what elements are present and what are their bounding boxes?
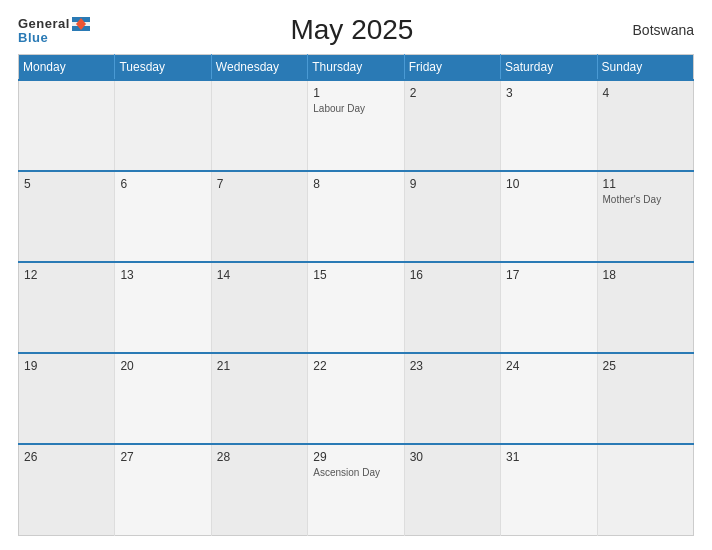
- calendar: Monday Tuesday Wednesday Thursday Friday…: [18, 54, 694, 536]
- logo: General Blue: [18, 17, 90, 44]
- calendar-cell: 21: [211, 353, 307, 444]
- col-friday: Friday: [404, 55, 500, 81]
- col-saturday: Saturday: [501, 55, 597, 81]
- calendar-cell: 6: [115, 171, 211, 262]
- day-number: 23: [410, 359, 495, 373]
- day-number: 18: [603, 268, 688, 282]
- calendar-cell: 1Labour Day: [308, 80, 404, 171]
- calendar-cell: 25: [597, 353, 693, 444]
- calendar-week-row: 12131415161718: [19, 262, 694, 353]
- col-wednesday: Wednesday: [211, 55, 307, 81]
- calendar-cell: 30: [404, 444, 500, 535]
- country-label: Botswana: [614, 22, 694, 38]
- day-number: 11: [603, 177, 688, 191]
- day-number: 22: [313, 359, 398, 373]
- calendar-cell: 23: [404, 353, 500, 444]
- calendar-cell: 26: [19, 444, 115, 535]
- day-number: 14: [217, 268, 302, 282]
- day-number: 4: [603, 86, 688, 100]
- day-number: 24: [506, 359, 591, 373]
- calendar-cell: 12: [19, 262, 115, 353]
- logo-general-text: General: [18, 17, 70, 30]
- logo-flag-icon: [72, 17, 90, 31]
- day-number: 28: [217, 450, 302, 464]
- day-number: 5: [24, 177, 109, 191]
- day-number: 26: [24, 450, 109, 464]
- calendar-cell: 31: [501, 444, 597, 535]
- day-number: 29: [313, 450, 398, 464]
- calendar-week-row: 19202122232425: [19, 353, 694, 444]
- calendar-cell: 27: [115, 444, 211, 535]
- calendar-cell: [19, 80, 115, 171]
- calendar-cell: 14: [211, 262, 307, 353]
- day-number: 1: [313, 86, 398, 100]
- calendar-cell: [211, 80, 307, 171]
- calendar-week-row: 26272829Ascension Day3031: [19, 444, 694, 535]
- month-title: May 2025: [90, 14, 614, 46]
- calendar-cell: [597, 444, 693, 535]
- calendar-cell: 17: [501, 262, 597, 353]
- calendar-cell: 4: [597, 80, 693, 171]
- holiday-label: Labour Day: [313, 102, 398, 115]
- col-monday: Monday: [19, 55, 115, 81]
- day-number: 21: [217, 359, 302, 373]
- calendar-body: 1Labour Day234567891011Mother's Day12131…: [19, 80, 694, 536]
- calendar-cell: [115, 80, 211, 171]
- day-number: 31: [506, 450, 591, 464]
- calendar-cell: 11Mother's Day: [597, 171, 693, 262]
- calendar-cell: 7: [211, 171, 307, 262]
- calendar-cell: 15: [308, 262, 404, 353]
- day-number: 7: [217, 177, 302, 191]
- holiday-label: Ascension Day: [313, 466, 398, 479]
- calendar-header-row: Monday Tuesday Wednesday Thursday Friday…: [19, 55, 694, 81]
- day-number: 17: [506, 268, 591, 282]
- calendar-cell: 19: [19, 353, 115, 444]
- calendar-cell: 9: [404, 171, 500, 262]
- day-number: 9: [410, 177, 495, 191]
- day-number: 8: [313, 177, 398, 191]
- day-number: 15: [313, 268, 398, 282]
- calendar-cell: 3: [501, 80, 597, 171]
- page: General Blue May 2025 Botswana Monday Tu…: [0, 0, 712, 550]
- day-number: 19: [24, 359, 109, 373]
- calendar-cell: 22: [308, 353, 404, 444]
- col-tuesday: Tuesday: [115, 55, 211, 81]
- day-number: 27: [120, 450, 205, 464]
- calendar-cell: 18: [597, 262, 693, 353]
- day-number: 3: [506, 86, 591, 100]
- day-number: 2: [410, 86, 495, 100]
- calendar-cell: 2: [404, 80, 500, 171]
- calendar-cell: 24: [501, 353, 597, 444]
- day-number: 16: [410, 268, 495, 282]
- day-number: 13: [120, 268, 205, 282]
- day-number: 20: [120, 359, 205, 373]
- calendar-cell: 28: [211, 444, 307, 535]
- calendar-cell: 29Ascension Day: [308, 444, 404, 535]
- header: General Blue May 2025 Botswana: [18, 14, 694, 46]
- calendar-cell: 16: [404, 262, 500, 353]
- day-number: 30: [410, 450, 495, 464]
- day-number: 6: [120, 177, 205, 191]
- calendar-cell: 13: [115, 262, 211, 353]
- col-sunday: Sunday: [597, 55, 693, 81]
- calendar-week-row: 1Labour Day234: [19, 80, 694, 171]
- col-thursday: Thursday: [308, 55, 404, 81]
- calendar-cell: 20: [115, 353, 211, 444]
- calendar-cell: 5: [19, 171, 115, 262]
- calendar-week-row: 567891011Mother's Day: [19, 171, 694, 262]
- holiday-label: Mother's Day: [603, 193, 688, 206]
- logo-blue-text: Blue: [18, 31, 48, 44]
- day-number: 12: [24, 268, 109, 282]
- day-number: 25: [603, 359, 688, 373]
- calendar-cell: 8: [308, 171, 404, 262]
- day-number: 10: [506, 177, 591, 191]
- calendar-cell: 10: [501, 171, 597, 262]
